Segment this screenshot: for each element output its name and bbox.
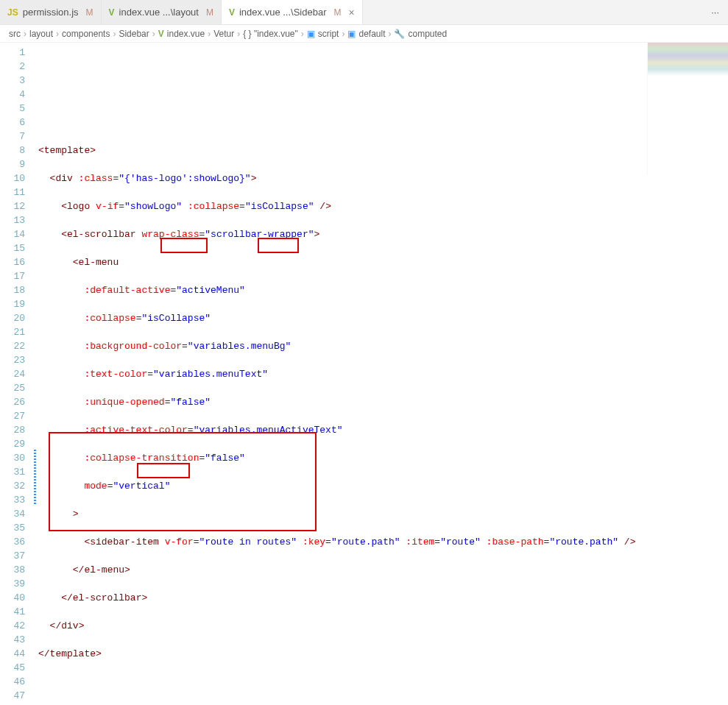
line-number-gutter: 1234567891011121314151617181920212223242… — [0, 43, 38, 705]
breadcrumb-item[interactable]: Vetur — [213, 29, 234, 39]
code-area[interactable]: <template> <div :class="{'has-logo':show… — [38, 43, 647, 705]
vue-icon: V — [158, 29, 164, 39]
breadcrumb-item[interactable]: Sidebar — [119, 29, 149, 39]
editor[interactable]: 1234567891011121314151617181920212223242… — [0, 43, 728, 705]
chevron-right-icon: › — [342, 29, 344, 39]
modified-bar — [34, 448, 36, 504]
chevron-right-icon: › — [301, 29, 304, 39]
breadcrumb-item[interactable]: index.vue — [167, 29, 205, 39]
breadcrumb-item[interactable]: layout — [29, 29, 53, 39]
minimap[interactable] — [647, 43, 728, 175]
property-icon: 🔧 — [394, 29, 405, 39]
module-icon: ▣ — [347, 29, 356, 39]
tab-index-sidebar[interactable]: V index.vue ...\Sidebar M × — [222, 0, 363, 24]
script-icon: ▣ — [307, 29, 315, 39]
breadcrumb-item[interactable]: script — [318, 29, 339, 39]
close-icon[interactable]: × — [349, 7, 355, 18]
chevron-right-icon: › — [208, 29, 211, 39]
breadcrumb: src› layout› components› Sidebar› V inde… — [0, 25, 728, 43]
breadcrumb-item[interactable]: computed — [408, 29, 447, 39]
breadcrumb-item[interactable]: { } "index.vue" — [243, 29, 298, 39]
js-icon: JS — [7, 7, 18, 18]
tab-modified-icon: M — [206, 7, 213, 18]
chevron-right-icon: › — [113, 29, 116, 39]
breadcrumb-item[interactable]: src — [9, 29, 21, 39]
breadcrumb-item[interactable]: default — [358, 29, 385, 39]
chevron-right-icon: › — [152, 29, 155, 39]
highlight-box — [137, 463, 190, 478]
tab-permission-js[interactable]: JS permission.js M — [0, 0, 102, 24]
tab-label: index.vue ...\layout — [119, 7, 199, 18]
tab-modified-icon: M — [86, 7, 93, 18]
chevron-right-icon: › — [24, 29, 26, 39]
chevron-right-icon: › — [56, 29, 59, 39]
tab-label: permission.js — [23, 7, 79, 18]
breadcrumb-item[interactable]: components — [62, 29, 110, 39]
chevron-right-icon: › — [237, 29, 240, 39]
vue-icon: V — [109, 7, 115, 18]
more-actions-button[interactable]: ··· — [702, 0, 728, 24]
vue-icon: V — [229, 7, 235, 18]
tab-bar: JS permission.js M V index.vue ...\layou… — [0, 0, 728, 25]
tab-modified-icon: M — [334, 7, 342, 18]
chevron-right-icon: › — [388, 29, 391, 39]
tab-index-layout[interactable]: V index.vue ...\layout M — [102, 0, 222, 24]
tab-label: index.vue ...\Sidebar — [239, 7, 327, 18]
